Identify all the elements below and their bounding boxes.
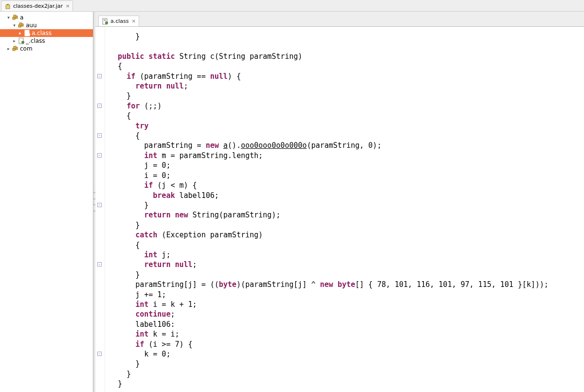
code-line: int i = k + 1; bbox=[109, 300, 584, 309]
code-line: return null; bbox=[109, 260, 584, 269]
svg-rect-1 bbox=[7, 4, 9, 5]
fold-toggle-icon[interactable]: - bbox=[97, 133, 102, 138]
svg-rect-0 bbox=[6, 5, 10, 9]
editor-tab-label: a.class bbox=[110, 18, 129, 24]
code-line: int k = i; bbox=[109, 329, 584, 339]
code-line: j = 0; bbox=[109, 160, 584, 170]
code-line: if (paramString == null) { bbox=[109, 71, 584, 81]
fold-toggle-icon[interactable]: - bbox=[97, 203, 102, 207]
class-file-icon bbox=[24, 30, 31, 36]
svg-rect-4 bbox=[14, 15, 16, 18]
tree-twisty-icon[interactable]: ▾ bbox=[12, 23, 17, 28]
code-line: } bbox=[109, 270, 584, 280]
editor-tab[interactable]: a.class ✕ bbox=[98, 16, 139, 26]
code-content[interactable]: } public static String c(String paramStr… bbox=[105, 27, 584, 392]
code-line: { bbox=[109, 131, 584, 141]
tree-twisty-icon[interactable]: ▸ bbox=[6, 46, 11, 52]
tree-twisty-icon[interactable]: ▾ bbox=[6, 15, 11, 20]
code-line: try bbox=[109, 121, 584, 131]
tree-item-_-class[interactable]: ▸_.class bbox=[0, 37, 93, 45]
code-line: continue; bbox=[109, 309, 584, 319]
tree-item-auu[interactable]: ▾auu bbox=[0, 21, 93, 29]
code-line: { bbox=[109, 111, 584, 121]
code-line: break label106; bbox=[109, 191, 584, 200]
code-line: k = 0; bbox=[109, 349, 584, 359]
tree-item-a[interactable]: ▾a bbox=[0, 14, 93, 21]
code-line: j += 1; bbox=[109, 290, 584, 300]
tree-item-label: com bbox=[20, 45, 33, 52]
class-file-icon bbox=[102, 18, 109, 25]
tree-item-com[interactable]: ▸com bbox=[0, 45, 93, 53]
top-tab-label: classes-dex2jar.jar bbox=[13, 3, 63, 9]
tree-item-a-class[interactable]: ▸a.class bbox=[0, 29, 93, 37]
svg-point-9 bbox=[27, 33, 30, 36]
svg-rect-16 bbox=[104, 19, 106, 20]
fold-toggle-icon[interactable]: - bbox=[97, 104, 102, 108]
tree-item-label: auu bbox=[26, 22, 37, 29]
code-editor[interactable]: ------- } public static String c(String … bbox=[95, 26, 584, 392]
code-line: } bbox=[109, 369, 584, 379]
tree-item-label: _.class bbox=[26, 37, 45, 44]
svg-point-18 bbox=[105, 21, 108, 24]
code-line: int j; bbox=[109, 250, 584, 260]
code-line: if (j < m) { bbox=[109, 180, 584, 190]
tree-item-label: a bbox=[20, 14, 23, 21]
code-line: } bbox=[109, 220, 584, 230]
tree-twisty-icon[interactable]: ▸ bbox=[18, 31, 23, 36]
close-icon[interactable]: ✕ bbox=[66, 3, 70, 9]
code-line: i = 0; bbox=[109, 171, 584, 180]
tree-twisty-icon[interactable]: ▸ bbox=[12, 38, 17, 44]
package-icon bbox=[12, 45, 19, 52]
top-tab-bar: classes-dex2jar.jar ✕ bbox=[0, 0, 584, 12]
code-line: paramString = new a().ooo0ooo0o0o000o(pa… bbox=[109, 141, 584, 150]
close-icon[interactable]: ✕ bbox=[132, 18, 136, 24]
svg-rect-14 bbox=[14, 46, 16, 49]
code-line: } bbox=[109, 379, 584, 389]
code-line: catch (Exception paramString) bbox=[109, 230, 584, 240]
code-line: return new String(paramString); bbox=[109, 210, 584, 220]
code-line: paramString[j] = ((byte)(paramString[j] … bbox=[109, 280, 584, 289]
code-line: { bbox=[109, 240, 584, 250]
fold-toggle-icon[interactable]: - bbox=[97, 262, 102, 267]
code-line: int m = paramString.length; bbox=[109, 151, 584, 160]
fold-toggle-icon[interactable]: - bbox=[97, 153, 102, 158]
tree-item-label: a.class bbox=[32, 30, 52, 36]
package-icon bbox=[12, 14, 19, 21]
editor-area: a.class ✕ ------- } public static String… bbox=[95, 12, 584, 392]
code-line: } bbox=[109, 200, 584, 210]
main-area: ▾a▾auu▸a.class▸_.class▸com a.class ✕ ---… bbox=[0, 12, 584, 392]
code-line: } bbox=[109, 91, 584, 101]
code-line: for (;;) bbox=[109, 101, 584, 111]
code-line: if (i >= 7) { bbox=[109, 339, 584, 349]
fold-gutter[interactable]: ------- bbox=[95, 27, 105, 392]
class-file-icon bbox=[18, 37, 25, 44]
editor-tab-bar: a.class ✕ bbox=[95, 12, 584, 26]
code-line bbox=[109, 41, 584, 51]
package-icon bbox=[18, 22, 25, 29]
code-line: } bbox=[109, 359, 584, 369]
svg-rect-7 bbox=[19, 23, 22, 25]
fold-toggle-icon[interactable]: - bbox=[97, 74, 102, 78]
svg-rect-17 bbox=[104, 20, 106, 21]
jar-icon bbox=[4, 3, 11, 10]
svg-point-11 bbox=[21, 41, 24, 44]
code-line: label106: bbox=[109, 320, 584, 329]
top-tab-jar[interactable]: classes-dex2jar.jar ✕ bbox=[1, 0, 73, 11]
code-line: { bbox=[109, 61, 584, 71]
fold-toggle-icon[interactable]: - bbox=[97, 352, 102, 356]
code-line: return null; bbox=[109, 81, 584, 91]
package-explorer[interactable]: ▾a▾auu▸a.class▸_.class▸com bbox=[0, 12, 93, 392]
code-line: public static String c(String paramStrin… bbox=[109, 52, 584, 61]
code-line: } bbox=[109, 32, 584, 41]
